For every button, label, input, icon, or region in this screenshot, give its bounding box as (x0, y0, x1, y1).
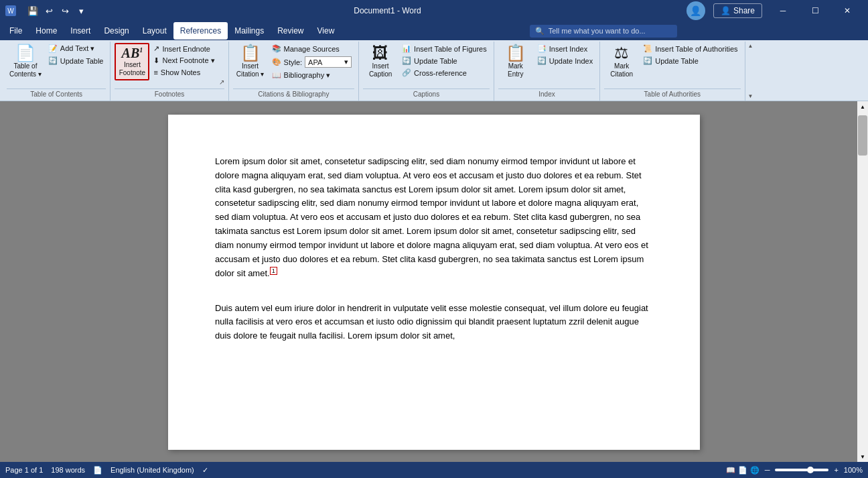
update-table-authorities-button[interactable]: 🔄 Update Table (640, 55, 740, 66)
tell-me-search[interactable]: 🔍 Tell me what you want to do... (530, 25, 677, 38)
update-table-captions-icon: 🔄 (402, 56, 411, 65)
redo-button[interactable]: ↪ (58, 3, 72, 18)
toc-label: Table ofContents ▾ (9, 62, 42, 78)
citations-group-content: 📋 InsertCitation ▾ 📚 Manage Sources 🎨 St… (233, 43, 355, 88)
zoom-slider[interactable] (775, 469, 828, 471)
ribbon-scrollbar[interactable]: ▲ ▼ (745, 42, 756, 101)
next-footnote-button[interactable]: ⬇ Next Footnote ▾ (151, 55, 217, 66)
update-table-toc-button[interactable]: 🔄 Update Table (46, 55, 106, 66)
add-text-button[interactable]: 📝 Add Text ▾ (46, 43, 106, 54)
update-index-icon: 🔄 (537, 56, 547, 65)
scroll-down-button[interactable]: ▼ (857, 451, 868, 462)
insert-endnote-button[interactable]: ↗ Insert Endnote (151, 43, 217, 54)
scroll-thumb[interactable] (858, 115, 867, 156)
menu-layout[interactable]: Layout (136, 22, 173, 40)
menu-design[interactable]: Design (97, 22, 135, 40)
ribbon-content: 📄 Table ofContents ▾ 📝 Add Text ▾ 🔄 Upda… (0, 40, 868, 101)
zoom-thumb[interactable] (807, 467, 814, 473)
undo-button[interactable]: ↩ (42, 3, 56, 18)
menu-view[interactable]: View (311, 22, 342, 40)
insert-caption-label: InsertCaption (369, 62, 392, 78)
layout-icons: 📖 📄 🌐 (726, 466, 760, 475)
menu-home[interactable]: Home (29, 22, 64, 40)
zoom-plus-button[interactable]: + (834, 466, 838, 474)
ribbon-scroll-down[interactable]: ▼ (748, 93, 753, 99)
footnotes-dialog-launcher[interactable]: ↗ (219, 78, 224, 87)
ribbon-group-toc: 📄 Table ofContents ▾ 📝 Add Text ▾ 🔄 Upda… (3, 42, 111, 101)
mark-citation-label: MarkCitation (610, 62, 633, 78)
table-of-contents-button[interactable]: 📄 Table ofContents ▾ (7, 43, 44, 80)
menu-mailings[interactable]: Mailings (228, 22, 271, 40)
toc-group-content: 📄 Table ofContents ▾ 📝 Add Text ▾ 🔄 Upda… (7, 43, 106, 88)
add-text-label: Add Text ▾ (60, 44, 95, 53)
insert-footnote-icon: AB1 (122, 46, 143, 60)
restore-button[interactable]: ☐ (800, 0, 830, 21)
word-count: 198 words (51, 466, 85, 474)
insert-index-label: Insert Index (549, 45, 587, 53)
insert-footnote-button[interactable]: AB1 InsertFootnote (115, 43, 149, 80)
close-button[interactable]: ✕ (832, 0, 863, 21)
index-group-content: 📋 MarkEntry 📑 Insert Index 🔄 Update Inde… (498, 43, 595, 88)
ribbon-scroll-up[interactable]: ▲ (748, 43, 753, 49)
insert-tof-icon: 📊 (402, 44, 411, 53)
document-format-icon: 📄 (93, 466, 102, 475)
insert-toa-label: Insert Table of Authorities (655, 45, 737, 53)
update-table-authorities-icon: 🔄 (643, 56, 652, 65)
share-icon: 👤 (721, 6, 731, 15)
insert-index-button[interactable]: 📑 Insert Index (534, 43, 595, 54)
update-table-captions-button[interactable]: 🔄 Update Table (399, 55, 490, 66)
update-table-toc-icon: 🔄 (48, 56, 58, 65)
style-select[interactable]: APA ▾ (305, 56, 352, 68)
bibliography-button[interactable]: 📖 Bibliography ▾ (269, 70, 355, 81)
mark-entry-button[interactable]: 📋 MarkEntry (498, 43, 533, 80)
style-button[interactable]: 🎨 Style: APA ▾ (269, 55, 355, 69)
footnotes-small-buttons: ↗ Insert Endnote ⬇ Next Footnote ▾ ≡ Sho… (151, 43, 217, 78)
status-bar-right: 📖 📄 🌐 ─ + 100% (726, 466, 863, 475)
insert-toa-button[interactable]: 📜 Insert Table of Authorities (640, 43, 740, 54)
web-layout-icon[interactable]: 🌐 (750, 466, 760, 475)
scroll-up-button[interactable]: ▲ (857, 101, 868, 112)
show-notes-button[interactable]: ≡ Show Notes (151, 67, 217, 78)
style-value: APA (308, 58, 322, 66)
read-mode-icon[interactable]: 📖 (726, 466, 735, 475)
zoom-minus-button[interactable]: ─ (765, 466, 770, 474)
word-app-icon: W (5, 5, 16, 16)
manage-sources-button[interactable]: 📚 Manage Sources (269, 43, 355, 54)
share-button[interactable]: 👤 Share (713, 3, 762, 18)
insert-citation-button[interactable]: 📋 InsertCitation ▾ (233, 43, 268, 80)
document-scrollbar[interactable]: ▲ ▼ (857, 101, 868, 462)
customize-quick-access-button[interactable]: ▾ (74, 3, 88, 18)
document-page[interactable]: Lorem ipsum dolor sit amet, consetetur s… (168, 115, 700, 450)
save-button[interactable]: 💾 (25, 3, 40, 18)
footnote-reference-1: 1 (270, 267, 277, 275)
title-bar: W 💾 ↩ ↪ ▾ Document1 - Word 👤 👤 Share ─ ☐… (0, 0, 868, 21)
menu-review[interactable]: Review (271, 22, 310, 40)
ribbon-group-authorities: ⚖ MarkCitation 📜 Insert Table of Authori… (600, 42, 745, 101)
update-index-button[interactable]: 🔄 Update Index (534, 55, 595, 66)
insert-caption-button[interactable]: 🖼 InsertCaption (363, 43, 398, 80)
next-footnote-label: Next Footnote ▾ (162, 56, 214, 65)
cross-reference-label: Cross-reference (414, 69, 467, 77)
style-icon: 🎨 (272, 58, 281, 66)
mark-citation-button[interactable]: ⚖ MarkCitation (604, 43, 639, 80)
toc-group-label: Table of Contents (7, 88, 106, 99)
ribbon-group-citations: 📋 InsertCitation ▾ 📚 Manage Sources 🎨 St… (229, 42, 360, 101)
ribbon-group-captions: 🖼 InsertCaption 📊 Insert Table of Figure… (359, 42, 494, 101)
insert-endnote-icon: ↗ (153, 44, 159, 53)
bibliography-label: Bibliography ▾ (284, 71, 331, 80)
insert-citation-icon: 📋 (240, 45, 261, 61)
menu-references[interactable]: References (173, 22, 228, 40)
minimize-button[interactable]: ─ (768, 0, 798, 21)
search-icon: 🔍 (535, 27, 545, 36)
footnotes-group-content: AB1 InsertFootnote ↗ Insert Endnote ⬇ Ne… (115, 43, 224, 88)
print-layout-icon[interactable]: 📄 (738, 466, 747, 475)
cross-reference-button[interactable]: 🔗 Cross-reference (399, 67, 490, 78)
menu-file[interactable]: File (3, 22, 29, 40)
insert-table-of-figures-button[interactable]: 📊 Insert Table of Figures (399, 43, 490, 54)
authorities-small-buttons: 📜 Insert Table of Authorities 🔄 Update T… (640, 43, 740, 66)
page-info: Page 1 of 1 (5, 466, 43, 474)
insert-tof-label: Insert Table of Figures (414, 45, 487, 53)
menu-insert[interactable]: Insert (64, 22, 97, 40)
ribbon: 📄 Table ofContents ▾ 📝 Add Text ▾ 🔄 Upda… (0, 40, 868, 101)
next-footnote-icon: ⬇ (153, 56, 159, 65)
